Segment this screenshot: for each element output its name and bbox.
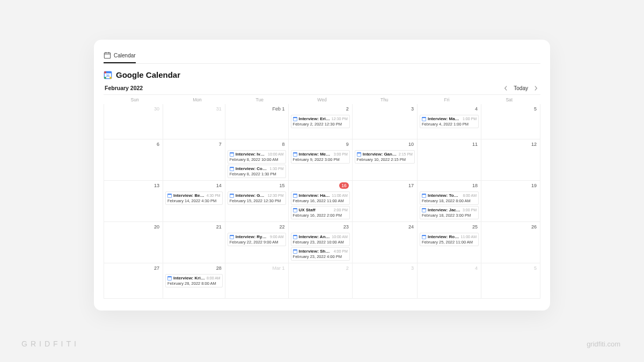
event-list: Interview: Ryan H9:00 AMFebruary 22, 202… <box>228 233 286 246</box>
calendar-day-cell[interactable]: 17 <box>353 181 418 222</box>
svg-rect-19 <box>293 152 297 153</box>
calendar-day-cell[interactable]: Feb 1 <box>225 104 289 139</box>
calendar-day-cell[interactable]: 8Interview: Ivan Z10:00 AMFebruary 8, 20… <box>225 139 289 181</box>
svg-rect-41 <box>422 235 426 236</box>
day-number: 9 <box>346 142 349 147</box>
event-source-icon <box>293 117 297 121</box>
calendar-event[interactable]: Interview: Becca C4:30 PMFebruary 14, 20… <box>165 191 223 205</box>
calendar-event[interactable]: Interview: Eric S...12:30 PMFebruary 2, … <box>291 115 350 128</box>
calendar-day-cell[interactable]: 2Interview: Eric S...12:30 PMFebruary 2,… <box>289 104 353 139</box>
calendar-day-cell[interactable]: Mar 1 <box>225 263 289 299</box>
calendar-day-cell[interactable]: 5 <box>481 104 540 139</box>
event-title: Interview: Ivan Z <box>236 152 266 157</box>
today-button[interactable]: Today <box>514 85 528 91</box>
svg-rect-21 <box>357 152 361 153</box>
event-datetime: February 14, 2022 4:30 PM <box>167 198 221 203</box>
calendar-day-cell[interactable]: 31 <box>163 104 225 139</box>
event-datetime: February 8, 2022 10:00 AM <box>230 157 284 162</box>
calendar-event[interactable]: Interview: Rob S11:00 AMFebruary 25, 202… <box>420 233 479 246</box>
event-datetime: February 28, 2022 8:00 AM <box>167 281 221 286</box>
calendar-event[interactable]: Interview: Tommy L8:00 AMFebruary 18, 20… <box>420 191 479 205</box>
calendar-day-cell[interactable]: 14Interview: Becca C4:30 PMFebruary 14, … <box>163 181 225 222</box>
event-time: 4:00 PM <box>334 249 348 253</box>
event-title: Interview: Hanna... <box>299 193 331 198</box>
tab-calendar[interactable]: Calendar <box>104 49 136 63</box>
svg-rect-8 <box>104 71 106 73</box>
calendar-day-cell[interactable]: 21 <box>163 222 225 263</box>
calendar-day-cell[interactable]: 24 <box>353 222 418 263</box>
prev-month-button[interactable] <box>502 86 509 91</box>
calendar-event[interactable]: Interview: Angeli...10:00 AMFebruary 23,… <box>291 233 350 246</box>
calendar-subheader: February 2022 Today <box>104 80 540 94</box>
calendar-event[interactable]: Interview: Cory Etz1:30 PMFebruary 8, 20… <box>228 165 286 178</box>
day-number: 3 <box>411 106 414 112</box>
event-time: 12:30 PM <box>268 194 284 197</box>
calendar-day-cell[interactable]: 27 <box>104 263 163 299</box>
calendar-event[interactable]: Interview: Ganesh S2:15 PMFebruary 10, 2… <box>355 150 415 164</box>
calendar-event[interactable]: Interview: Ivan Z10:00 AMFebruary 8, 202… <box>228 150 286 164</box>
event-datetime: February 15, 2022 12:30 PM <box>230 198 284 203</box>
next-month-button[interactable] <box>532 86 539 91</box>
calendar-event[interactable]: Interview: Hanna...11:00 AMFebruary 16, … <box>291 191 350 205</box>
calendar-day-cell[interactable]: 26 <box>481 222 540 263</box>
calendar-event[interactable]: Interview: Galen P12:30 PMFebruary 15, 2… <box>228 191 286 205</box>
day-number: 17 <box>408 183 414 188</box>
svg-rect-23 <box>167 194 171 195</box>
svg-rect-29 <box>293 208 297 209</box>
calendar-event[interactable]: Interview: Megan ...3:00 PMFebruary 9, 2… <box>291 150 350 164</box>
calendar-day-cell[interactable]: 2 <box>289 263 353 299</box>
svg-rect-43 <box>167 276 171 277</box>
event-title: Interview: Kris C <box>173 276 205 280</box>
day-number: 2 <box>346 265 349 271</box>
day-number: 27 <box>154 265 159 271</box>
calendar-day-cell[interactable]: 15Interview: Galen P12:30 PMFebruary 15,… <box>225 181 289 222</box>
calendar-day-cell[interactable]: 4Interview: Mandy ...1:00 PMFebruary 4, … <box>418 104 481 139</box>
calendar-day-cell[interactable]: 7 <box>163 139 225 181</box>
calendar-day-cell[interactable]: 18Interview: Tommy L8:00 AMFebruary 18, … <box>418 181 481 222</box>
event-list: Interview: Tommy L8:00 AMFebruary 18, 20… <box>420 191 479 219</box>
calendar-day-cell[interactable]: 30 <box>104 104 163 139</box>
day-number: 4 <box>475 106 478 112</box>
page-title-row: 31 Google Calendar <box>104 67 540 80</box>
svg-rect-15 <box>230 152 233 153</box>
event-datetime: February 25, 2022 11:00 AM <box>422 240 477 245</box>
calendar-day-cell[interactable]: 11 <box>418 139 481 181</box>
event-title: Interview: Becca C <box>173 193 205 198</box>
event-time: 1:30 PM <box>270 167 284 171</box>
calendar-day-cell[interactable]: 3 <box>353 104 418 139</box>
calendar-day-cell[interactable]: 9Interview: Megan ...3:00 PMFebruary 9, … <box>289 139 353 181</box>
calendar-day-cell[interactable]: 22Interview: Ryan H9:00 AMFebruary 22, 2… <box>225 222 289 263</box>
weekday-label: Mon <box>166 95 228 104</box>
calendar-event[interactable]: UX Staff2:00 PMFebruary 16, 2022 2:00 PM <box>291 206 350 219</box>
event-datetime: February 22, 2022 9:00 AM <box>230 240 284 245</box>
calendar-event[interactable]: Interview: Kris C8:00 AMFebruary 28, 202… <box>165 274 223 287</box>
calendar-day-cell[interactable]: 5 <box>481 263 540 299</box>
calendar-day-cell[interactable]: 19 <box>481 181 540 222</box>
page-title: Google Calendar <box>116 70 180 79</box>
calendar-day-cell[interactable]: 16Interview: Hanna...11:00 AMFebruary 16… <box>289 181 353 222</box>
calendar-day-cell[interactable]: 6 <box>104 139 163 181</box>
event-source-icon <box>230 235 234 239</box>
calendar-day-cell[interactable]: 23Interview: Angeli...10:00 AMFebruary 2… <box>289 222 353 263</box>
calendar-day-cell[interactable]: 25Interview: Rob S11:00 AMFebruary 25, 2… <box>418 222 481 263</box>
calendar-event[interactable]: Interview: Ryan H9:00 AMFebruary 22, 202… <box>228 233 286 246</box>
event-datetime: February 16, 2022 2:00 PM <box>293 213 348 218</box>
calendar-day-cell[interactable]: 4 <box>418 263 481 299</box>
day-number: 26 <box>531 224 537 230</box>
weekday-label: Wed <box>291 95 353 104</box>
svg-rect-13 <box>422 117 426 118</box>
day-number: 2 <box>346 106 349 112</box>
calendar-event[interactable]: Interview: Shalini L4:00 PMFebruary 23, … <box>291 247 350 261</box>
calendar-event[interactable]: Interview: Jackie B3:00 PMFebruary 18, 2… <box>420 206 479 219</box>
event-time: 10:00 AM <box>268 152 284 156</box>
calendar-day-cell[interactable]: 20 <box>104 222 163 263</box>
calendar-day-cell[interactable]: 3 <box>353 263 418 299</box>
calendar-event[interactable]: Interview: Mandy ...1:00 PMFebruary 4, 2… <box>420 115 479 128</box>
calendar-day-cell[interactable]: 10Interview: Ganesh S2:15 PMFebruary 10,… <box>353 139 418 181</box>
event-title: Interview: Ganesh S <box>363 152 397 157</box>
svg-rect-33 <box>422 208 426 209</box>
calendar-day-cell[interactable]: 28Interview: Kris C8:00 AMFebruary 28, 2… <box>163 263 225 299</box>
calendar-day-cell[interactable]: 12 <box>481 139 540 181</box>
event-title: Interview: Eric S... <box>299 116 330 121</box>
calendar-day-cell[interactable]: 13 <box>104 181 163 222</box>
